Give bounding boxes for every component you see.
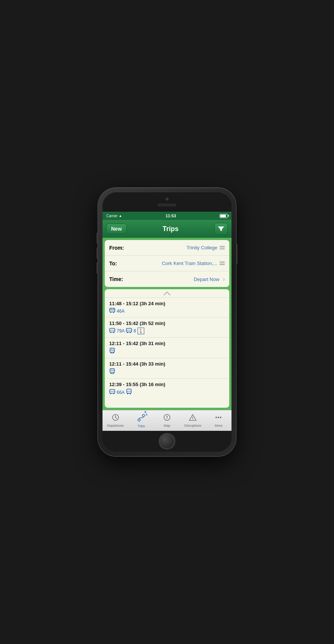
trip-routes-4 xyxy=(109,368,225,375)
bus-icon-2a xyxy=(109,328,115,334)
svg-rect-30 xyxy=(111,369,112,370)
speaker xyxy=(158,203,176,206)
home-button[interactable] xyxy=(159,433,175,449)
tab-departures-label: Departures xyxy=(107,424,124,427)
trip-routes-1: 46A xyxy=(109,308,225,314)
new-button[interactable]: New xyxy=(106,224,127,234)
to-value: Cork Kent Train Station,... xyxy=(130,261,220,266)
phone-screen: Carrier ▲ 11:53 New Trips xyxy=(103,192,231,452)
route-num-2a: 79A xyxy=(117,328,125,334)
time-arrow-icon: › xyxy=(223,276,225,282)
svg-point-12 xyxy=(127,332,128,333)
walk-icon-2: 🚶 xyxy=(138,328,144,334)
tab-trips-label: Trips xyxy=(138,424,145,428)
trip-result-1[interactable]: 11:48 - 15:12 (3h 24 min) xyxy=(105,298,229,318)
svg-point-3 xyxy=(113,312,114,313)
wifi-icon: ▲ xyxy=(119,214,122,218)
svg-rect-5 xyxy=(113,309,114,310)
train-icon-4 xyxy=(109,368,115,375)
results-card: 11:48 - 15:12 (3h 24 min) xyxy=(105,289,229,408)
route-num-1: 46A xyxy=(117,309,125,314)
trip-result-3[interactable]: 12:11 - 15:42 (3h 31 min) xyxy=(105,338,229,358)
from-row[interactable]: From: Trinity College xyxy=(105,240,229,256)
warning-icon xyxy=(189,414,196,423)
trip-time-2: 11:50 - 15:42 (3h 52 min) xyxy=(109,321,225,326)
screen: Carrier ▲ 11:53 New Trips xyxy=(103,212,231,431)
battery-indicator xyxy=(220,214,228,218)
from-label: From: xyxy=(109,245,130,251)
drag-handle-from xyxy=(220,246,225,249)
top-bezel xyxy=(103,192,231,212)
tab-more[interactable]: More xyxy=(206,412,231,429)
status-bar: Carrier ▲ 11:53 xyxy=(103,212,231,220)
trip-result-2[interactable]: 11:50 - 15:42 (3h 52 min) 79A xyxy=(105,318,229,338)
to-row[interactable]: To: Cork Kent Train Station,... xyxy=(105,256,229,271)
battery-icon xyxy=(220,214,228,218)
trip-time-1: 11:48 - 15:12 (3h 24 min) xyxy=(109,301,225,306)
tab-bar: Departures BA Trips xyxy=(103,410,231,431)
svg-rect-21 xyxy=(111,349,112,350)
time-label: Time: xyxy=(109,276,130,282)
trip-time-4: 12:11 - 15:44 (3h 33 min) xyxy=(109,361,225,367)
trip-routes-5: 66A xyxy=(109,389,225,396)
tab-disruptions[interactable]: Disruptions xyxy=(180,412,206,429)
bus-icon-5 xyxy=(109,389,115,395)
to-label: To: xyxy=(109,261,130,266)
battery-fill xyxy=(220,215,226,217)
svg-point-9 xyxy=(113,332,114,333)
tab-trips[interactable]: BA Trips xyxy=(128,412,154,429)
svg-point-43 xyxy=(115,417,116,418)
trip-time-3: 12:11 - 15:42 (3h 31 min) xyxy=(109,341,225,346)
compass-icon xyxy=(163,414,171,423)
svg-point-44 xyxy=(138,419,140,421)
trip-result-5[interactable]: 12:39 - 15:55 (3h 16 min) 66A xyxy=(105,379,229,399)
svg-rect-4 xyxy=(110,309,112,310)
tab-disruptions-label: Disruptions xyxy=(185,424,201,427)
svg-point-35 xyxy=(113,393,114,394)
bus-icon-1 xyxy=(109,308,115,314)
svg-point-8 xyxy=(110,332,111,333)
svg-marker-47 xyxy=(166,415,168,417)
svg-point-53 xyxy=(218,417,219,418)
scroll-up-indicator[interactable] xyxy=(105,289,229,298)
trip-routes-3 xyxy=(109,348,225,355)
time-row[interactable]: Time: Depart Now › xyxy=(105,271,229,287)
svg-marker-48 xyxy=(166,417,168,420)
route-num-5: 66A xyxy=(117,390,125,395)
svg-point-51 xyxy=(192,419,193,420)
content-area: From: Trinity College To: Cork Kent Trai… xyxy=(103,238,231,410)
svg-point-13 xyxy=(130,332,131,333)
svg-point-34 xyxy=(110,393,111,394)
filter-button[interactable] xyxy=(214,223,228,235)
trip-result-4[interactable]: 12:11 - 15:44 (3h 33 min) xyxy=(105,358,229,379)
route-num-2b: 8 xyxy=(133,328,136,334)
clock-icon xyxy=(112,414,119,423)
bottom-bezel xyxy=(103,431,231,452)
camera xyxy=(166,198,168,201)
trip-routes-2: 79A 8 🚶 xyxy=(109,328,225,334)
time-value: Depart Now xyxy=(130,277,221,282)
tab-departures[interactable]: Departures xyxy=(103,412,128,429)
tab-map[interactable]: Map xyxy=(154,412,180,429)
svg-rect-22 xyxy=(113,349,114,350)
tab-more-label: More xyxy=(215,424,223,427)
trip-form-card: From: Trinity College To: Cork Kent Trai… xyxy=(105,240,229,287)
trips-icon-wrap: BA xyxy=(137,414,145,423)
scroll-up-arrow-icon xyxy=(163,291,171,295)
phone-frame: Carrier ▲ 11:53 New Trips xyxy=(98,188,236,456)
svg-point-52 xyxy=(215,417,217,418)
trips-icon xyxy=(137,414,145,422)
train-icon-3 xyxy=(109,348,115,355)
funnel-icon xyxy=(217,225,225,233)
navigation-bar: New Trips xyxy=(103,220,231,238)
bus-svg xyxy=(109,308,115,313)
from-value: Trinity College xyxy=(130,245,220,250)
status-time: 11:53 xyxy=(166,214,176,218)
drag-handle-to xyxy=(220,262,225,265)
carrier-label: Carrier ▲ xyxy=(106,214,122,218)
bus-icon-2b xyxy=(126,328,132,334)
dots-icon xyxy=(215,414,222,423)
ab-badge: BA xyxy=(145,411,148,416)
tab-map-label: Map xyxy=(164,424,170,427)
train-icon-5 xyxy=(126,389,132,396)
